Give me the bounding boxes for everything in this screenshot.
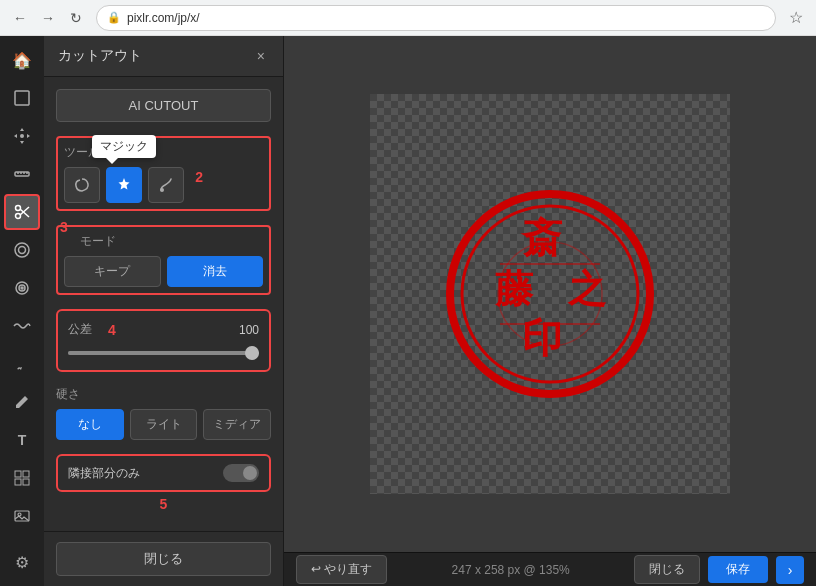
tool-settings[interactable]: ⚙ bbox=[4, 544, 40, 580]
svg-rect-18 bbox=[15, 479, 21, 485]
bookmark-button[interactable]: ☆ bbox=[784, 6, 808, 30]
tool-pattern[interactable] bbox=[4, 460, 40, 496]
address-bar[interactable]: 🔒 pixlr.com/jp/x/ bbox=[96, 5, 776, 31]
brush-tool-button[interactable] bbox=[148, 167, 184, 203]
tolerance-value: 100 bbox=[239, 323, 259, 337]
canvas-image: 藤 斎 藤 之 印 bbox=[370, 94, 730, 494]
hardness-light-button[interactable]: ライト bbox=[130, 409, 198, 440]
hardness-medium-button[interactable]: ミディア bbox=[203, 409, 271, 440]
cutout-panel: カットアウト × AI CUTOUT ツール マジック bbox=[44, 36, 284, 586]
stamp-image: 藤 斎 藤 之 印 bbox=[440, 184, 660, 404]
svg-point-1 bbox=[20, 134, 24, 138]
close-panel-button[interactable]: 閉じる bbox=[56, 542, 271, 576]
badge-4: 4 bbox=[108, 322, 116, 338]
svg-rect-19 bbox=[23, 479, 29, 485]
status-right: 閉じる 保存 › bbox=[634, 555, 804, 584]
magic-tool-button[interactable] bbox=[106, 167, 142, 203]
next-button[interactable]: › bbox=[776, 556, 804, 584]
tool-pencil[interactable] bbox=[4, 384, 40, 420]
hardness-label: 硬さ bbox=[56, 386, 271, 403]
tool-home[interactable]: 🏠 bbox=[4, 42, 40, 78]
tool-move[interactable] bbox=[4, 118, 40, 154]
erase-button[interactable]: 消去 bbox=[167, 256, 264, 287]
tool-image[interactable] bbox=[4, 498, 40, 534]
keep-button[interactable]: キープ bbox=[64, 256, 161, 287]
tolerance-label: 公差 bbox=[68, 321, 92, 338]
undo-button[interactable]: ↩ やり直す bbox=[296, 555, 387, 584]
tool-scissors[interactable] bbox=[4, 194, 40, 230]
tool-blur[interactable] bbox=[4, 270, 40, 306]
svg-rect-17 bbox=[23, 471, 29, 477]
status-dimensions: 247 x 258 px @ 135% bbox=[452, 563, 570, 577]
panel-title: カットアウト bbox=[58, 47, 142, 65]
app-container: 🏠 bbox=[0, 36, 816, 586]
adjacent-toggle[interactable] bbox=[223, 464, 259, 482]
status-left: ↩ やり直す bbox=[296, 555, 387, 584]
svg-text:印: 印 bbox=[522, 316, 562, 361]
tool-adjust[interactable] bbox=[4, 232, 40, 268]
canvas-workspace[interactable]: 藤 斎 藤 之 印 bbox=[284, 36, 816, 552]
tool-crop[interactable] bbox=[4, 80, 40, 116]
panel-header: カットアウト × bbox=[44, 36, 283, 77]
tool-eyedropper[interactable] bbox=[4, 346, 40, 382]
magic-tooltip: マジック bbox=[92, 135, 156, 158]
mode-label: モード bbox=[80, 233, 263, 250]
left-toolbar: 🏠 bbox=[0, 36, 44, 586]
mode-row: キープ 消去 bbox=[64, 256, 263, 287]
svg-point-15 bbox=[21, 287, 23, 289]
lasso-tool-button[interactable] bbox=[64, 167, 100, 203]
canvas-area: 藤 斎 藤 之 印 bbox=[284, 36, 816, 586]
close-button[interactable]: 閉じる bbox=[634, 555, 700, 584]
toggle-knob bbox=[243, 466, 257, 480]
svg-point-21 bbox=[18, 513, 21, 516]
tool-text[interactable]: T bbox=[4, 422, 40, 458]
browser-chrome: ← → ↻ 🔒 pixlr.com/jp/x/ ☆ bbox=[0, 0, 816, 36]
badge-3: 3 bbox=[60, 219, 68, 235]
hardness-none-button[interactable]: なし bbox=[56, 409, 124, 440]
tool-ruler[interactable] bbox=[4, 156, 40, 192]
panel-close-button[interactable]: × bbox=[253, 46, 269, 66]
tools-section: ツール マジック bbox=[56, 136, 271, 211]
panel-bottom: 閉じる bbox=[44, 531, 283, 586]
svg-text:藤: 藤 bbox=[495, 268, 534, 310]
adjacent-label: 隣接部分のみ bbox=[68, 465, 140, 482]
svg-point-22 bbox=[160, 188, 164, 192]
hardness-section: 硬さ なし ライト ミディア bbox=[56, 386, 271, 440]
tool-wave[interactable] bbox=[4, 308, 40, 344]
svg-text:斎: 斎 bbox=[520, 215, 563, 261]
hardness-buttons: なし ライト ミディア bbox=[56, 409, 271, 440]
save-button[interactable]: 保存 bbox=[708, 556, 768, 583]
forward-button[interactable]: → bbox=[36, 6, 60, 30]
badge-5: 5 bbox=[56, 496, 271, 512]
tolerance-section: 公差 4 100 bbox=[56, 309, 271, 372]
lock-icon: 🔒 bbox=[107, 11, 121, 24]
refresh-button[interactable]: ↻ bbox=[64, 6, 88, 30]
badge-2: 2 bbox=[195, 169, 203, 185]
panel-content: AI CUTOUT ツール マジック bbox=[44, 77, 283, 531]
tools-row: マジック 2 bbox=[64, 167, 263, 203]
svg-rect-0 bbox=[15, 91, 29, 105]
tools-icons: 2 bbox=[64, 167, 263, 203]
mode-section: 3 モード キープ 消去 bbox=[56, 225, 271, 295]
url-text: pixlr.com/jp/x/ bbox=[127, 11, 200, 25]
svg-rect-16 bbox=[15, 471, 21, 477]
ai-cutout-button[interactable]: AI CUTOUT bbox=[56, 89, 271, 122]
back-button[interactable]: ← bbox=[8, 6, 32, 30]
status-bar: ↩ やり直す 247 x 258 px @ 135% 閉じる 保存 › bbox=[284, 552, 816, 586]
svg-point-11 bbox=[19, 247, 26, 254]
svg-text:藤: 藤 bbox=[440, 184, 459, 188]
adjacent-section: 隣接部分のみ bbox=[56, 454, 271, 492]
svg-point-12 bbox=[15, 243, 29, 257]
